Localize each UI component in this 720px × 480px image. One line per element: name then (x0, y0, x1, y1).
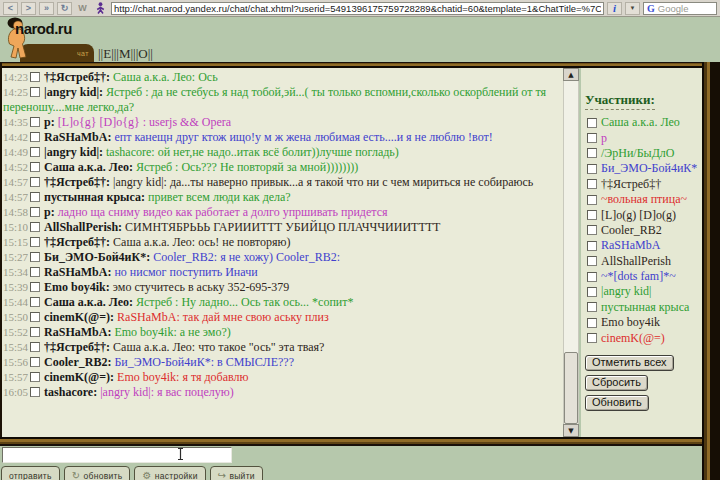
participant-checkbox[interactable] (587, 333, 597, 343)
message-checkbox[interactable] (30, 372, 40, 382)
message-checkbox[interactable] (30, 222, 40, 232)
message-checkbox[interactable] (30, 267, 40, 277)
chat-message: 15:52RaSHaMbA: Emo boy4ik: а не эмо?) (3, 325, 562, 340)
message-checkbox[interactable] (30, 312, 40, 322)
exit-button[interactable]: ↪ выйти (210, 466, 263, 480)
message-checkbox[interactable] (30, 132, 40, 142)
message-checkbox[interactable] (30, 162, 40, 172)
participant-name: ~*[dots fam]*~ (601, 269, 676, 284)
message-checkbox[interactable] (30, 387, 40, 397)
message-text: Ястреб : Ну ладно... Ось так ось... *соп… (136, 295, 354, 309)
participant-name: ~вольная птица~ (601, 192, 687, 207)
message-checkbox[interactable] (30, 297, 40, 307)
settings-button[interactable]: ⚙ настройки (134, 466, 205, 480)
frame-right-border (702, 62, 720, 480)
message-checkbox[interactable] (30, 327, 40, 337)
chat-message: 14:35p: [L]o{g} [D]o{g} : userjs && Oper… (3, 115, 562, 130)
participant-checkbox[interactable] (587, 256, 597, 266)
search-placeholder: Google (658, 3, 689, 14)
search-field[interactable]: G Google (643, 2, 717, 15)
chat-message: 15:57cinemK(@=): Emo boy4ik: я тя добавл… (3, 370, 562, 385)
message-checkbox[interactable] (30, 147, 40, 157)
message-text: но нисмог поступить Иначи (114, 265, 257, 279)
refresh-button-icon: ↻ (72, 471, 81, 480)
participant-checkbox[interactable] (587, 318, 597, 328)
message-nick: tashacore: (44, 385, 97, 399)
participant-checkbox[interactable] (587, 287, 597, 297)
participant-checkbox[interactable] (587, 179, 597, 189)
message-checkbox[interactable] (30, 237, 40, 247)
participant-checkbox[interactable] (587, 225, 597, 235)
participant-checkbox[interactable] (587, 148, 597, 158)
user-mode-person-icon[interactable] (93, 2, 108, 15)
message-time: 15:50 (3, 310, 28, 325)
scrollbar-thumb[interactable] (564, 352, 578, 424)
dropdown-arrow-icon[interactable]: ▼ (625, 2, 640, 15)
message-text: |angry kid|: да...ты наверно привык...а … (113, 175, 533, 189)
participant-checkbox[interactable] (587, 241, 597, 251)
participant-checkbox[interactable] (587, 210, 597, 220)
fast-forward-icon[interactable]: » (39, 2, 54, 15)
message-checkbox[interactable] (30, 192, 40, 202)
message-checkbox[interactable] (30, 357, 40, 367)
message-text: Emo boy4ik: а не эмо?) (114, 325, 230, 339)
mark-all-button[interactable]: Отметить всех (585, 355, 674, 371)
participants-title: Участники: (585, 92, 655, 110)
message-text: эмо стучитесь в аську 352-695-379 (113, 280, 290, 294)
browser-toolbar: < > » ↻ W i ▼ G Google (0, 0, 720, 17)
participant-checkbox[interactable] (587, 272, 597, 282)
message-text: Ястреб : Ось??? Не повторяй за мной)))))… (136, 160, 358, 174)
message-checkbox[interactable] (30, 72, 40, 82)
chat-message: 15:44Саша а.к.а. Лео: Ястреб : Ну ладно.… (3, 295, 562, 310)
scroll-down-icon[interactable]: ▼ (563, 424, 579, 437)
message-nick: |angry kid|: (44, 85, 103, 99)
scrollbar-track[interactable] (563, 81, 579, 424)
text-cursor-icon (176, 447, 185, 465)
message-time: 14:52 (3, 160, 28, 175)
participant-checkbox[interactable] (587, 302, 597, 312)
participant-name: Би_ЭМО-Бой4иК* (601, 161, 697, 176)
message-text: Cooler_RB2: я не хожу) Cooler_RB2: (153, 250, 340, 264)
participant-checkbox[interactable] (587, 133, 597, 143)
message-nick: †‡Ястреб‡†: (44, 235, 110, 249)
reload-icon[interactable]: ↻ (57, 2, 72, 15)
message-checkbox[interactable] (30, 177, 40, 187)
reset-button[interactable]: Сбросить (585, 375, 648, 391)
message-input[interactable] (2, 447, 232, 463)
back-icon[interactable]: < (3, 2, 18, 15)
message-nick: Emo boy4ik: (44, 280, 110, 294)
message-checkbox[interactable] (30, 342, 40, 352)
chat-message: 14:23†‡Ястреб‡†: Саша а.к.а. Лео: Ось (3, 70, 562, 85)
narod-logo[interactable]: narod.ru (15, 20, 72, 37)
chat-message: 15:56Cooler_RB2: Би_ЭМО-Бой4иК*: в СМЫСЛ… (3, 355, 562, 370)
refresh-button[interactable]: ↻ обновить (64, 466, 131, 480)
message-time: 14:23 (3, 70, 28, 85)
settings-button-label: настройки (155, 471, 198, 480)
message-nick: cinemK(@=): (44, 370, 114, 384)
message-time: 14:57 (3, 190, 28, 205)
participant-row: RaSHaMbA (585, 238, 700, 253)
message-checkbox[interactable] (30, 87, 40, 97)
send-button[interactable]: отправить (1, 466, 60, 480)
participant-checkbox[interactable] (587, 118, 597, 128)
participant-checkbox[interactable] (587, 164, 597, 174)
message-text: Би_ЭМО-Бой4иК*: в СМЫСЛЕ??? (114, 355, 294, 369)
message-checkbox[interactable] (30, 252, 40, 262)
forward-icon[interactable]: > (21, 2, 36, 15)
message-checkbox[interactable] (30, 117, 40, 127)
message-checkbox[interactable] (30, 282, 40, 292)
participant-name: /ЭрНи/БыДлО (601, 146, 674, 161)
participant-checkbox[interactable] (587, 195, 597, 205)
refresh-list-button[interactable]: Обновить (585, 395, 649, 411)
wiki-icon[interactable]: W (75, 2, 90, 15)
participants-buttons: Отметить всех Сбросить Обновить (585, 355, 700, 411)
url-input[interactable] (114, 3, 601, 14)
info-icon[interactable]: i (607, 2, 622, 15)
scroll-up-icon[interactable]: ▲ (563, 68, 579, 81)
message-checkbox[interactable] (30, 207, 40, 217)
participant-name: RaSHaMbA (601, 238, 660, 253)
address-bar[interactable] (111, 2, 604, 15)
message-time: 16:05 (3, 385, 28, 400)
chat-scrollbar[interactable]: ▲ ▼ (563, 68, 579, 437)
message-nick: †‡Ястреб‡†: (44, 70, 110, 84)
